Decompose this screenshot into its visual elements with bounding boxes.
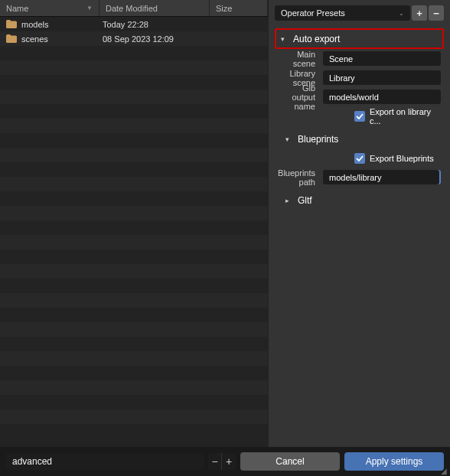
column-headers: Name ▼ Date Modified Size [0, 0, 268, 17]
gltf-title: Gltf [298, 195, 312, 206]
folder-icon [6, 20, 17, 28]
auto-export-header[interactable]: ▾ Auto export [276, 30, 442, 47]
export-library-label: Export on library c... [370, 107, 444, 126]
chevron-right-icon: ▸ [285, 197, 295, 204]
preset-add-button[interactable]: + [412, 5, 427, 21]
column-date-label: Date Modified [106, 4, 158, 13]
apply-label: Apply settings [366, 456, 423, 467]
preset-dropdown[interactable]: Operator Presets ⌄ [275, 5, 410, 21]
preset-remove-button[interactable]: − [429, 5, 444, 21]
preset-label: Operator Presets [281, 8, 345, 18]
preset-row: Operator Presets ⌄ + − [275, 5, 444, 21]
export-blueprints-checkbox[interactable] [354, 153, 365, 164]
glb-output-input[interactable] [323, 90, 441, 104]
file-name: models [21, 20, 103, 29]
main-scene-input[interactable] [323, 51, 441, 66]
auto-export-title: Auto export [293, 34, 340, 44]
blueprints-path-label: Blueprints path [278, 168, 323, 187]
export-blueprints-row[interactable]: Export Blueprints [275, 148, 444, 168]
main-scene-label: Main scene [278, 50, 323, 68]
main-scene-row: Main scene [275, 49, 444, 68]
blueprints-header[interactable]: ▾ Blueprints [275, 130, 444, 148]
blueprints-path-input[interactable] [323, 170, 441, 184]
cancel-label: Cancel [276, 456, 304, 467]
column-size-label: Size [216, 4, 232, 13]
stepper-plus-button[interactable]: + [222, 453, 236, 470]
blueprints-path-row: Blueprints path [275, 168, 444, 187]
glb-output-label: Glb output name [278, 83, 323, 111]
bottom-bar: − + Cancel Apply settings [0, 447, 450, 476]
folder-icon [6, 34, 17, 43]
column-date[interactable]: Date Modified [99, 0, 210, 16]
search-input[interactable] [6, 453, 204, 470]
chevron-down-icon: ⌄ [399, 10, 404, 17]
column-size[interactable]: Size [210, 0, 268, 16]
search-stepper: − + [208, 453, 236, 470]
chevron-down-icon: ▾ [281, 35, 290, 43]
empty-rows [0, 46, 268, 439]
sort-indicator-icon: ▼ [86, 5, 93, 11]
stepper-minus-button[interactable]: − [208, 453, 222, 470]
export-library-checkbox[interactable] [354, 111, 365, 122]
side-panel: Operator Presets ⌄ + − ▾ Auto export Mai… [268, 0, 450, 447]
auto-export-section: ▾ Auto export [275, 28, 444, 49]
export-blueprints-label: Export Blueprints [370, 154, 434, 163]
chevron-down-icon: ▾ [285, 135, 295, 143]
file-list: models Today 22:28 scenes 08 Sep 2023 12… [0, 17, 268, 46]
library-scene-input[interactable] [323, 70, 441, 85]
gltf-header[interactable]: ▸ Gltf [275, 191, 444, 210]
column-name[interactable]: Name ▼ [0, 0, 99, 16]
column-name-label: Name [6, 4, 28, 13]
cancel-button[interactable]: Cancel [240, 452, 340, 471]
file-browser: Name ▼ Date Modified Size models Today 2… [0, 0, 268, 447]
file-row[interactable]: models Today 22:28 [0, 17, 268, 31]
apply-settings-button[interactable]: Apply settings [344, 452, 444, 471]
file-date: 08 Sep 2023 12:09 [103, 34, 213, 44]
file-row[interactable]: scenes 08 Sep 2023 12:09 [0, 31, 268, 46]
glb-output-row: Glb output name [275, 87, 444, 106]
resize-grip-icon[interactable]: ◢ [441, 467, 448, 474]
file-name: scenes [21, 34, 103, 44]
file-date: Today 22:28 [103, 20, 213, 29]
blueprints-title: Blueprints [298, 134, 338, 145]
